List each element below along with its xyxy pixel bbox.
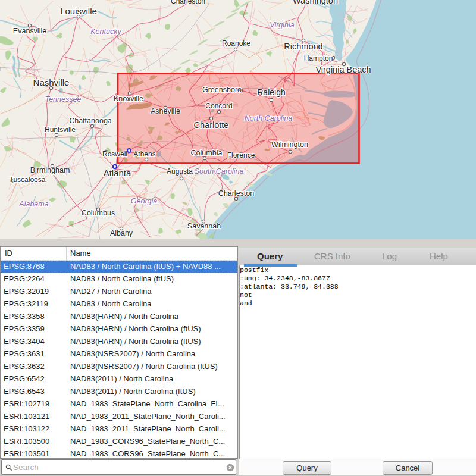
svg-text:Charleston: Charleston <box>218 189 254 198</box>
svg-text:Alabama: Alabama <box>18 200 48 208</box>
svg-text:Kentucky: Kentucky <box>90 27 121 36</box>
svg-text:Columbia: Columbia <box>191 149 223 157</box>
svg-text:Columbus: Columbus <box>82 209 115 217</box>
svg-text:Washington: Washington <box>293 0 338 5</box>
svg-text:Greensboro: Greensboro <box>202 86 242 94</box>
svg-text:Chattanooga: Chattanooga <box>69 117 112 125</box>
svg-text:Virginia Beach: Virginia Beach <box>315 65 371 74</box>
svg-text:Hampton: Hampton <box>304 54 333 62</box>
svg-text:Augusta: Augusta <box>167 167 193 176</box>
svg-text:Wilmington: Wilmington <box>271 140 308 149</box>
svg-text:Savannah: Savannah <box>187 222 221 230</box>
svg-text:Atlanta: Atlanta <box>104 168 131 178</box>
svg-text:Huntsville: Huntsville <box>45 126 76 134</box>
svg-text:Roswell: Roswell <box>102 150 127 158</box>
svg-text:Athens: Athens <box>133 150 155 158</box>
svg-text:Georgia: Georgia <box>131 197 158 205</box>
svg-text:Raleigh: Raleigh <box>257 87 285 97</box>
svg-text:Florence: Florence <box>227 151 255 159</box>
svg-text:Birmingham: Birmingham <box>30 166 70 174</box>
svg-text:North Carolina: North Carolina <box>245 114 293 123</box>
svg-text:Charleston: Charleston <box>171 0 205 5</box>
svg-text:Albany: Albany <box>110 229 133 237</box>
svg-text:Nashville: Nashville <box>33 77 70 87</box>
svg-text:Charlotte: Charlotte <box>194 120 229 130</box>
svg-text:Asheville: Asheville <box>151 107 180 115</box>
svg-text:South Carolina: South Carolina <box>195 167 244 176</box>
svg-text:Louisville: Louisville <box>60 6 97 16</box>
svg-text:Evansville: Evansville <box>13 27 46 35</box>
svg-text:Roanoke: Roanoke <box>222 39 250 48</box>
svg-text:Tennessee: Tennessee <box>45 95 82 104</box>
svg-text:Virginia: Virginia <box>270 21 295 29</box>
svg-text:Tuscaloosa: Tuscaloosa <box>10 176 46 184</box>
svg-text:Richmond: Richmond <box>284 42 322 51</box>
svg-text:Knoxville: Knoxville <box>114 95 143 103</box>
svg-text:Concord: Concord <box>205 102 232 110</box>
